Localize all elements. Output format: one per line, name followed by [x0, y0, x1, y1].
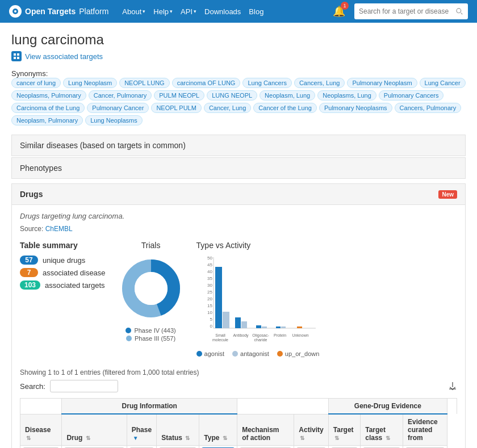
- synonym-tag[interactable]: Pulmonary Neoplasms: [319, 103, 392, 113]
- synonym-tag[interactable]: LUNG NEOPL: [207, 90, 257, 101]
- source-link[interactable]: ChEMBL: [45, 225, 73, 233]
- synonym-tag[interactable]: Lung Cancer: [420, 78, 466, 88]
- search-input[interactable]: [359, 7, 455, 15]
- chevron-down-icon: ▾: [194, 9, 196, 14]
- synonym-tag[interactable]: Carcinoma of the Lung: [11, 103, 85, 113]
- table-summary: Table summary 57unique drugs7associated …: [20, 241, 106, 293]
- logo-icon: [9, 5, 22, 18]
- legend-antagonist: antagonist: [232, 350, 269, 357]
- synonym-tag[interactable]: NEOPL LUNG: [119, 78, 170, 88]
- col-type[interactable]: Type ⇅: [199, 414, 237, 446]
- svg-text:45: 45: [207, 262, 212, 267]
- logo[interactable]: Open Targets Platform: [9, 5, 108, 18]
- synonym-tag[interactable]: Lung Neoplasm: [63, 78, 117, 88]
- bar-chart-section: Type vs Activity 50 45 40 35 30 25 20 15…: [196, 241, 457, 357]
- nav-help[interactable]: Help ▾: [153, 7, 173, 16]
- svg-text:charide: charide: [254, 338, 267, 342]
- phenotypes-header[interactable]: Phenotypes: [11, 157, 466, 179]
- filter-status[interactable]: [157, 446, 199, 449]
- nav-blog[interactable]: Blog: [249, 7, 263, 16]
- svg-point-1: [14, 10, 16, 12]
- svg-text:40: 40: [207, 269, 212, 274]
- synonym-tag[interactable]: Cancer, Pulmonary: [89, 90, 152, 101]
- bar-small-mol-antagonist: [223, 312, 229, 328]
- synonym-tag[interactable]: Neoplasms, Pulmonary: [11, 90, 86, 101]
- synonym-tag[interactable]: Neoplasm, Pulmonary: [11, 115, 83, 125]
- similar-diseases-header[interactable]: Similar diseases (based on targets in co…: [11, 135, 466, 156]
- legend-agonist: agonist: [196, 350, 224, 357]
- filter-drug[interactable]: [62, 446, 127, 449]
- svg-text:Unknown: Unknown: [292, 333, 308, 337]
- filter-mechanism[interactable]: [237, 446, 294, 449]
- bar-chart-title: Type vs Activity: [196, 241, 457, 250]
- col-disease[interactable]: Disease ⇅: [20, 414, 62, 446]
- agonist-label: agonist: [204, 350, 224, 357]
- col-target[interactable]: Target ⇅: [328, 414, 360, 446]
- search-icon: [455, 7, 463, 15]
- filter-type[interactable]: Protein ×: [199, 446, 237, 449]
- synonym-tag[interactable]: Neoplasm, Lung: [260, 90, 315, 101]
- summary-item: 103associated targets: [20, 280, 106, 290]
- col-activity[interactable]: Activity ⇅: [294, 414, 328, 446]
- antagonist-dot: [232, 351, 238, 357]
- svg-text:25: 25: [207, 290, 212, 295]
- svg-text:Protein: Protein: [273, 333, 286, 337]
- page-title: lung carcinoma: [11, 32, 466, 48]
- new-badge: New: [438, 190, 457, 199]
- synonym-tag[interactable]: Neoplasms, Lung: [317, 90, 376, 101]
- col-target-class[interactable]: Targetclass ⇅: [361, 414, 403, 446]
- col-drug[interactable]: Drug ⇅: [62, 414, 127, 446]
- legend-phase4: Phase IV (443): [125, 327, 175, 334]
- up-or-down-label: up_or_down: [285, 350, 320, 357]
- filter-disease[interactable]: [20, 446, 62, 449]
- filter-target[interactable]: [328, 446, 360, 449]
- synonym-tag[interactable]: carcinoma OF LUNG: [172, 78, 241, 88]
- view-associated-targets-link[interactable]: View associated targets: [11, 51, 466, 61]
- chevron-down-icon: ▾: [170, 9, 173, 14]
- download-button[interactable]: [448, 381, 457, 392]
- svg-point-8: [135, 272, 168, 305]
- synonym-tag[interactable]: Cancer of the Lung: [253, 103, 317, 113]
- similar-diseases-label: Similar diseases (based on targets in co…: [20, 141, 186, 150]
- filter-activity[interactable]: [294, 446, 328, 449]
- summary-item-label: associated targets: [45, 281, 105, 290]
- svg-text:Antibody: Antibody: [233, 333, 249, 338]
- filter-evidence[interactable]: [403, 446, 447, 449]
- svg-rect-4: [14, 57, 16, 59]
- bar-chart-legend: agonist antagonist up_or_down: [196, 350, 457, 357]
- col-phase[interactable]: Phase ▼: [127, 414, 157, 446]
- search-bar[interactable]: [354, 3, 468, 19]
- synonym-tag[interactable]: Cancers, Pulmonary: [395, 103, 462, 113]
- nav-about[interactable]: About ▾: [122, 7, 145, 16]
- summary-charts-row: Table summary 57unique drugs7associated …: [20, 241, 457, 357]
- col-status[interactable]: Status ⇅: [157, 414, 199, 446]
- synonym-tag[interactable]: Cancer, Lung: [204, 103, 251, 113]
- svg-rect-3: [17, 53, 19, 56]
- bar-small-mol-agonist: [215, 267, 222, 328]
- filter-target-class[interactable]: [361, 446, 403, 449]
- synonym-tag[interactable]: NEOPL PULM: [151, 103, 202, 113]
- bar-antibody-antagonist: [241, 321, 247, 328]
- svg-text:Oligosac-: Oligosac-: [252, 333, 269, 338]
- synonym-tag[interactable]: PULM NEOPL: [154, 90, 204, 101]
- synonym-tag[interactable]: Pulmonary Cancers: [379, 90, 444, 101]
- synonym-tag[interactable]: cancer of lung: [11, 78, 61, 88]
- synonym-tag[interactable]: Lung Cancers: [242, 78, 292, 88]
- synonym-tag[interactable]: Cancers, Lung: [294, 78, 345, 88]
- trials-chart-title: Trials: [141, 241, 161, 250]
- agonist-dot: [196, 351, 202, 357]
- bar-protein-antagonist: [281, 326, 286, 328]
- notification-bell[interactable]: 🔔 1: [333, 5, 345, 18]
- svg-text:20: 20: [207, 296, 212, 302]
- synonym-tag[interactable]: Lung Neoplasms: [85, 115, 143, 125]
- svg-text:molecule: molecule: [212, 338, 228, 342]
- table-search-input[interactable]: [50, 380, 118, 392]
- phase4-dot: [125, 328, 131, 333]
- nav-api[interactable]: API ▾: [181, 7, 196, 16]
- col-mechanism: Mechanismof action: [237, 414, 294, 446]
- drugs-description: Drugs targeting lung carcinoma.: [20, 212, 457, 220]
- filter-phase[interactable]: [127, 446, 157, 449]
- synonym-tag[interactable]: Pulmonary Cancer: [87, 103, 149, 113]
- synonym-tag[interactable]: Pulmonary Neoplasm: [347, 78, 417, 88]
- nav-downloads[interactable]: Downloads: [204, 7, 241, 16]
